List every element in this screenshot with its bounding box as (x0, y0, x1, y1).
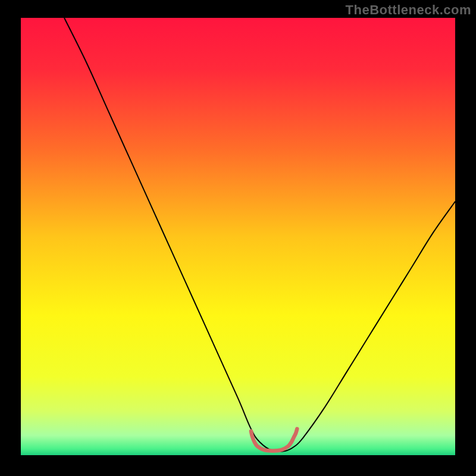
chart-frame: TheBottleneck.com (0, 0, 476, 476)
gradient-background (21, 18, 455, 455)
plot-area (21, 18, 455, 455)
watermark-text: TheBottleneck.com (346, 2, 471, 18)
chart-svg (21, 18, 455, 455)
